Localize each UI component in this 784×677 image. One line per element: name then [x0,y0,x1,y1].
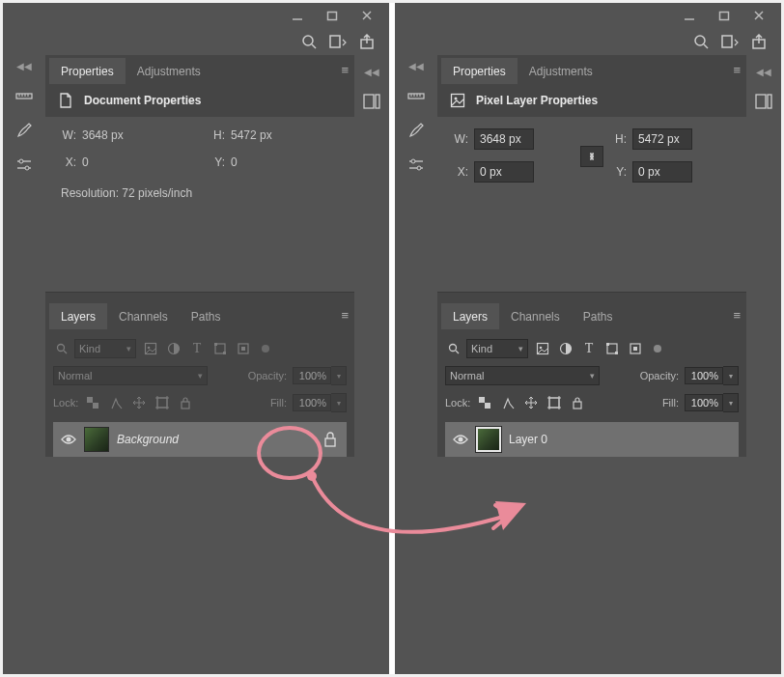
maximize-button[interactable] [323,9,341,22]
lock-all-icon[interactable] [177,394,194,411]
opacity-dropdown-icon[interactable]: ▾ [723,366,739,385]
lock-position-icon[interactable] [522,394,540,411]
tab-adjustments[interactable]: Adjustments [126,58,212,84]
visibility-eye-icon[interactable] [61,432,76,447]
filter-smart-icon[interactable] [627,340,644,357]
filter-toggle[interactable] [654,345,661,353]
layer-thumbnail[interactable] [84,427,109,452]
tab-paths[interactable]: Paths [572,303,625,329]
fill-label: Fill: [270,397,287,409]
collapse-icon[interactable]: ◀◀ [16,61,32,71]
sliders-tool-icon[interactable] [406,155,427,176]
svg-line-18 [64,351,67,353]
tab-channels[interactable]: Channels [107,303,180,329]
arrange-icon[interactable] [329,33,347,50]
properties-title: Document Properties [84,94,201,107]
layer-row[interactable]: Layer 0 [445,422,739,457]
minimize-button[interactable] [681,9,698,22]
filter-search-icon[interactable] [445,340,462,357]
lock-label: Lock: [445,397,470,409]
panel-menu-icon[interactable]: ≡ [341,308,349,323]
filter-smart-icon[interactable] [235,340,252,357]
tab-properties[interactable]: Properties [49,58,126,84]
svg-rect-37 [364,95,374,108]
opacity-label: Opacity: [248,370,287,381]
layer-name[interactable]: Layer 0 [509,433,731,446]
share-icon[interactable] [358,33,376,50]
opacity-dropdown-icon[interactable]: ▾ [331,366,347,385]
x-input[interactable] [474,161,534,183]
fill-dropdown-icon[interactable]: ▾ [331,393,347,412]
brush-tool-icon[interactable] [406,120,427,141]
opacity-input[interactable] [685,367,723,384]
ruler-tool-icon[interactable] [14,85,35,106]
collapse-icon[interactable]: ◀◀ [364,67,379,77]
share-icon[interactable] [750,33,768,50]
layer-row[interactable]: Background [53,422,347,457]
filter-toggle[interactable] [262,345,269,353]
panel-menu-icon[interactable]: ≡ [341,63,349,77]
layer-thumbnail[interactable] [476,427,501,452]
properties-panel: Pixel Layer Properties W: X: H: Y: [437,84,746,293]
layer-name[interactable]: Background [117,433,314,446]
lock-transparency-icon[interactable] [84,394,101,411]
collapse-icon[interactable]: ◀◀ [408,61,424,71]
tab-channels[interactable]: Channels [499,303,572,329]
filter-type-icon[interactable]: T [580,340,598,357]
tab-adjustments[interactable]: Adjustments [518,58,604,84]
filter-shape-icon[interactable] [211,340,229,357]
fill-input[interactable] [293,394,331,411]
tab-layers[interactable]: Layers [49,303,107,329]
minimize-button[interactable] [289,9,306,22]
blend-mode-select[interactable]: Normal▾ [445,366,600,385]
panel-menu-icon[interactable]: ≡ [733,63,741,77]
collapse-icon[interactable]: ◀◀ [756,67,771,77]
lock-all-icon[interactable] [569,394,586,411]
fill-input[interactable] [685,394,723,411]
lock-position-icon[interactable] [130,394,148,411]
lock-artboard-icon[interactable] [154,394,171,411]
close-button[interactable] [750,9,768,22]
lock-artboard-icon[interactable] [546,394,563,411]
h-input[interactable] [632,128,692,150]
filter-pixel-icon[interactable] [142,340,159,357]
tab-properties[interactable]: Properties [441,58,518,84]
svg-rect-27 [87,397,93,403]
y-input[interactable] [632,161,692,183]
x-label: X: [453,165,468,179]
close-button[interactable] [358,9,376,22]
svg-rect-29 [157,398,167,408]
filter-pixel-icon[interactable] [534,340,551,357]
lock-transparency-icon[interactable] [476,394,493,411]
brush-tool-icon[interactable] [14,120,35,141]
svg-point-16 [25,166,29,170]
w-input[interactable] [474,128,534,150]
panels-icon[interactable] [753,91,774,112]
kind-select[interactable]: Kind▾ [466,339,528,358]
search-icon[interactable] [300,33,318,50]
sliders-tool-icon[interactable] [14,155,35,176]
filter-adjustment-icon[interactable] [165,340,182,357]
lock-icon[interactable] [322,431,339,448]
visibility-eye-icon[interactable] [453,432,468,447]
panel-menu-icon[interactable]: ≡ [733,308,741,323]
search-icon[interactable] [692,33,710,50]
fill-dropdown-icon[interactable]: ▾ [723,393,739,412]
filter-adjustment-icon[interactable] [557,340,574,357]
lock-pixels-icon[interactable] [499,394,517,411]
opacity-input[interactable] [293,367,331,384]
filter-shape-icon[interactable] [603,340,621,357]
arrange-icon[interactable] [721,33,739,50]
filter-search-icon[interactable] [53,340,70,357]
kind-select[interactable]: Kind▾ [74,339,136,358]
tab-paths[interactable]: Paths [180,303,233,329]
link-wh-icon[interactable] [580,146,603,167]
panels-icon[interactable] [361,91,382,112]
filter-type-icon[interactable]: T [188,340,206,357]
y-value: 0 [231,155,339,169]
tab-layers[interactable]: Layers [441,303,499,329]
blend-mode-select[interactable]: Normal▾ [53,366,208,385]
lock-pixels-icon[interactable] [107,394,125,411]
maximize-button[interactable] [715,9,733,22]
ruler-tool-icon[interactable] [406,85,427,106]
